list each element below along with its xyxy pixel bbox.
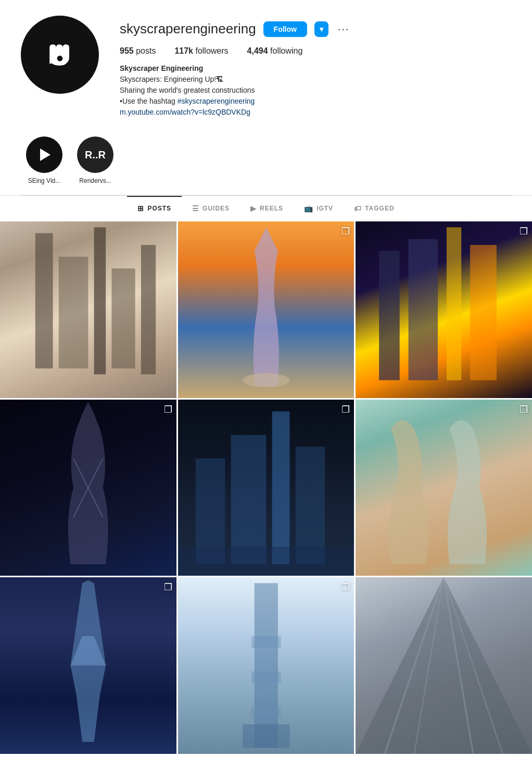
building-silhouette-2 <box>178 221 354 398</box>
bio-section: Skyscraper Engineering Skyscrapers: Engi… <box>120 63 511 118</box>
building-silhouette-1 <box>0 221 176 398</box>
posts-stat[interactable]: 955 posts <box>120 46 156 56</box>
multi-post-icon-8: ❐ <box>341 581 350 593</box>
highlight-label-2: Rendervs... <box>79 177 111 184</box>
grid-item-6[interactable]: ❐ <box>356 400 532 576</box>
posts-count: 955 <box>120 46 134 55</box>
building-silhouette-8 <box>178 577 354 754</box>
grid-item-5[interactable]: ❐ <box>178 400 354 576</box>
grid-item-7[interactable]: ❐ <box>0 577 176 754</box>
dropdown-button[interactable]: ▾ <box>314 21 328 37</box>
grid-item-3[interactable]: ❐ <box>356 221 532 398</box>
tab-posts[interactable]: ⊞ POSTS <box>127 196 182 220</box>
tab-igtv-label: IGTV <box>316 205 333 212</box>
post-image-6 <box>356 400 532 576</box>
svg-point-8 <box>243 373 289 387</box>
svg-rect-11 <box>447 227 461 380</box>
tab-guides-label: GUIDES <box>202 205 230 212</box>
profile-info: skyscraperengineering Follow ▾ ··· 955 p… <box>120 16 511 118</box>
multi-post-icon-5: ❐ <box>341 404 350 415</box>
bio-line1: Skyscrapers: Engineering Up!🏗 <box>120 75 223 83</box>
bio-line2: Sharing the world's greatest constructio… <box>120 86 255 94</box>
post-image-9 <box>356 577 532 754</box>
followers-label: followers <box>195 46 228 55</box>
svg-rect-24 <box>251 707 281 719</box>
multi-post-icon-6: ❐ <box>520 404 528 415</box>
building-silhouette-6 <box>356 400 532 576</box>
tagged-icon: 🏷 <box>354 204 362 213</box>
svg-rect-5 <box>94 227 106 374</box>
svg-rect-22 <box>251 636 281 648</box>
highlights-section: SEing Vid... R..R Rendervs... <box>0 128 532 195</box>
multi-post-icon-4: ❐ <box>164 404 172 415</box>
highlight-circle-2: R..R <box>77 137 113 173</box>
multi-post-icon-3: ❐ <box>520 226 528 237</box>
svg-rect-7 <box>141 245 156 374</box>
followers-count: 117k <box>174 46 193 55</box>
avatar-container <box>21 16 99 94</box>
svg-rect-21 <box>254 584 277 748</box>
building-silhouette-7 <box>0 577 176 754</box>
posts-grid: ❐ ❐ ❐ <box>0 220 532 755</box>
follow-button[interactable]: Follow <box>263 21 307 37</box>
svg-rect-17 <box>272 411 289 564</box>
svg-rect-4 <box>59 257 88 368</box>
grid-item-9[interactable] <box>356 577 532 754</box>
svg-rect-25 <box>243 725 289 748</box>
tabs-section: ⊞ POSTS ☰ GUIDES ▶ REELS 📺 IGTV 🏷 TAGGED <box>0 195 532 220</box>
svg-rect-10 <box>409 239 438 380</box>
highlight-item-1[interactable]: SEing Vid... <box>26 137 62 184</box>
svg-rect-16 <box>231 435 266 564</box>
tab-guides[interactable]: ☰ GUIDES <box>182 196 240 220</box>
multi-post-icon-2: ❐ <box>341 226 350 237</box>
posts-label: posts <box>136 46 156 55</box>
bio-url-link[interactable]: m.youtube.com/watch?v=lc9zQBDVKDg <box>120 108 250 116</box>
guides-icon: ☰ <box>192 204 199 213</box>
igtv-icon: 📺 <box>304 204 313 213</box>
post-image-7 <box>0 577 176 754</box>
chevron-down-icon: ▾ <box>320 25 323 33</box>
tab-posts-label: POSTS <box>147 205 171 212</box>
tab-reels[interactable]: ▶ REELS <box>240 196 294 220</box>
svg-point-1 <box>57 56 63 61</box>
svg-rect-23 <box>251 672 281 684</box>
following-label: following <box>270 46 302 55</box>
building-silhouette-3 <box>356 221 532 398</box>
highlight-label-1: SEing Vid... <box>28 177 60 184</box>
svg-rect-19 <box>178 547 354 576</box>
stats-row: 955 posts 117k followers 4,494 following <box>120 46 511 56</box>
grid-item-4[interactable]: ❐ <box>0 400 176 576</box>
post-image-2 <box>178 221 354 398</box>
highlight-circle-1 <box>26 137 62 173</box>
more-options-button[interactable]: ··· <box>336 23 352 35</box>
post-image-5 <box>178 400 354 576</box>
grid-item-1[interactable] <box>0 221 176 398</box>
tab-tagged-label: TAGGED <box>365 205 394 212</box>
grid-item-8[interactable]: ❐ <box>178 577 354 754</box>
following-stat[interactable]: 4,494 following <box>247 46 303 56</box>
svg-rect-6 <box>111 268 135 368</box>
profile-section: skyscraperengineering Follow ▾ ··· 955 p… <box>0 0 532 128</box>
avatar <box>21 16 99 94</box>
svg-rect-12 <box>470 245 497 380</box>
following-count: 4,494 <box>247 46 268 55</box>
highlight-item-2[interactable]: R..R Rendervs... <box>77 137 113 184</box>
post-image-8 <box>178 577 354 754</box>
building-silhouette-4 <box>0 400 176 576</box>
bio-name: Skyscraper Engineering <box>120 64 203 72</box>
hashtag-link[interactable]: #skyscraperengineering <box>178 97 255 105</box>
building-silhouette-9 <box>356 577 532 754</box>
followers-stat[interactable]: 117k followers <box>174 46 228 56</box>
tab-reels-label: REELS <box>260 205 283 212</box>
post-image-1 <box>0 221 176 398</box>
profile-top-row: skyscraperengineering Follow ▾ ··· <box>120 21 511 37</box>
grid-item-2[interactable]: ❐ <box>178 221 354 398</box>
tab-tagged[interactable]: 🏷 TAGGED <box>344 196 404 220</box>
multi-post-icon-7: ❐ <box>164 581 172 593</box>
play-icon <box>35 145 54 164</box>
svg-rect-9 <box>379 251 400 380</box>
profile-logo-icon <box>36 31 83 78</box>
svg-marker-2 <box>40 148 50 161</box>
tab-igtv[interactable]: 📺 IGTV <box>294 196 344 220</box>
grid-icon: ⊞ <box>137 204 144 213</box>
